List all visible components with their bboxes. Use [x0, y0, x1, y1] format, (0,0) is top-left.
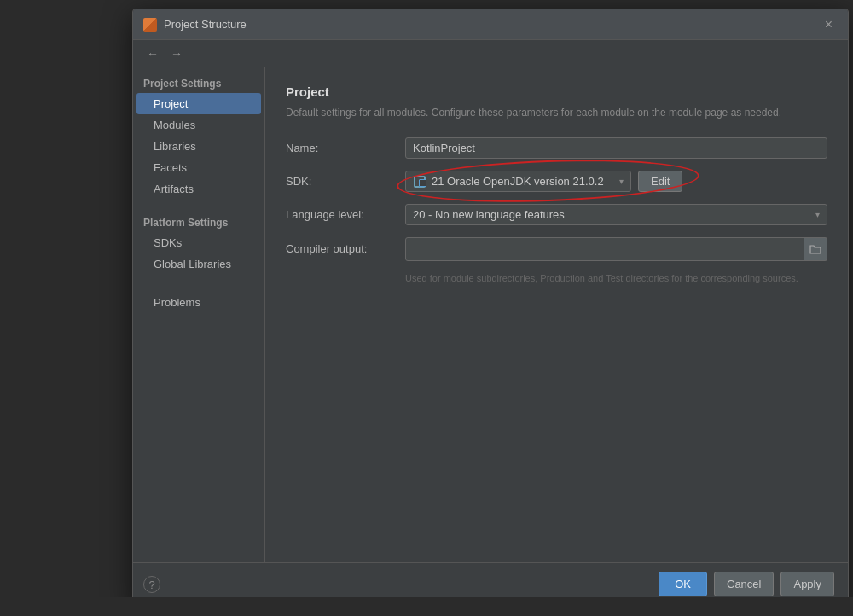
sdk-dropdown-arrow-icon: ▾ — [619, 177, 624, 186]
compiler-output-control — [405, 237, 827, 261]
ok-button[interactable]: OK — [659, 572, 707, 596]
language-level-row: Language level: 20 - No new language fea… — [286, 204, 827, 225]
language-level-control: 20 - No new language features ▾ — [405, 204, 827, 225]
compiler-output-input[interactable] — [405, 237, 804, 261]
sidebar: Project Settings Project Modules Librari… — [133, 67, 265, 562]
project-structure-dialog: Project Structure × ← → Project Settings… — [132, 9, 849, 606]
sdk-row: SDK: 21 Oracle OpenJDK version 21.0.2 ▾ … — [286, 171, 827, 192]
nav-arrows: ← → — [133, 40, 848, 67]
sidebar-item-problems[interactable]: Problems — [133, 292, 264, 313]
section-description: Default settings for all modules. Config… — [286, 106, 827, 120]
platform-settings-label: Platform Settings — [133, 210, 264, 232]
sidebar-item-artifacts[interactable]: Artifacts — [133, 178, 264, 200]
sdk-label: SDK: — [286, 175, 405, 188]
dialog-body: Project Settings Project Modules Librari… — [133, 67, 848, 562]
sidebar-item-project[interactable]: Project — [136, 93, 261, 114]
forward-button[interactable]: → — [167, 45, 186, 62]
cancel-button[interactable]: Cancel — [714, 572, 774, 596]
compiler-browse-button[interactable] — [804, 237, 827, 261]
sdk-icon — [413, 175, 426, 187]
app-icon — [143, 18, 157, 32]
sdk-value: 21 Oracle OpenJDK version 21.0.2 — [432, 175, 616, 188]
sdk-controls: 21 Oracle OpenJDK version 21.0.2 ▾ Edit — [405, 171, 827, 192]
name-row: Name: — [286, 137, 827, 159]
project-settings-label: Project Settings — [133, 71, 264, 93]
title-bar: Project Structure × — [133, 9, 848, 40]
sdk-dropdown[interactable]: 21 Oracle OpenJDK version 21.0.2 ▾ — [405, 171, 631, 192]
back-button[interactable]: ← — [143, 45, 162, 62]
compiler-output-hint: Used for module subdirectories, Producti… — [405, 273, 827, 283]
compiler-output-label: Compiler output: — [286, 242, 405, 255]
sidebar-item-modules[interactable]: Modules — [133, 114, 264, 136]
main-content: Project Default settings for all modules… — [265, 67, 848, 562]
name-input[interactable] — [405, 137, 827, 159]
help-button[interactable]: ? — [143, 576, 160, 593]
dialog-title: Project Structure — [164, 18, 820, 31]
sidebar-item-facets[interactable]: Facets — [133, 157, 264, 178]
sdk-edit-button[interactable]: Edit — [638, 171, 682, 192]
apply-button[interactable]: Apply — [780, 572, 834, 596]
language-level-dropdown[interactable]: 20 - No new language features ▾ — [405, 204, 827, 225]
sidebar-item-global-libraries[interactable]: Global Libraries — [133, 253, 264, 275]
compiler-output-row: Compiler output: — [286, 237, 827, 261]
name-label: Name: — [286, 142, 405, 154]
close-button[interactable]: × — [820, 15, 838, 34]
name-control — [405, 137, 827, 159]
folder-icon — [809, 243, 821, 255]
sidebar-item-libraries[interactable]: Libraries — [133, 136, 264, 157]
sdk-row-container: SDK: 21 Oracle OpenJDK version 21.0.2 ▾ … — [286, 171, 827, 192]
language-level-arrow-icon: ▾ — [815, 210, 820, 219]
status-bar — [0, 597, 853, 616]
sidebar-item-sdks[interactable]: SDKs — [133, 232, 264, 253]
language-level-value: 20 - No new language features — [413, 208, 815, 221]
language-level-label: Language level: — [286, 208, 405, 221]
section-title: Project — [286, 84, 827, 99]
compiler-row — [405, 237, 827, 261]
